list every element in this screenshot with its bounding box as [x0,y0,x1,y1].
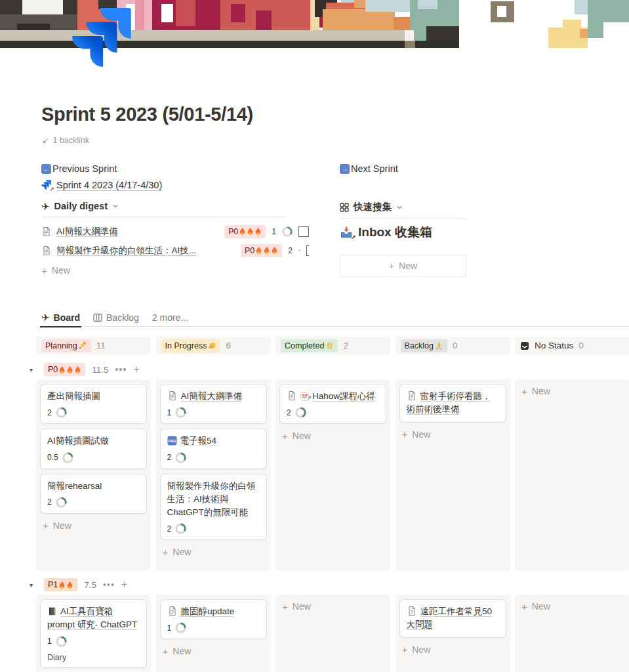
column-new-button[interactable]: +New [519,600,625,613]
board-card[interactable]: ↗Hahow課程心得 2 [280,385,386,423]
column-new-button[interactable]: +New [280,600,386,613]
p0-completed-column: ↗Hahow課程心得 2 +New [275,379,390,571]
inbox-icon: ↗ [340,226,353,239]
board-column-headers: Planning 11 In Progress 6 Completed 2 Ba… [36,337,629,354]
board-card[interactable]: AI簡報插圖試做 0.5 [41,429,146,468]
digest-new-button[interactable]: +New [41,265,70,276]
board-card[interactable]: 遠距工作者常見50大問題 [400,600,506,637]
plus-icon: + [282,431,288,441]
no-status-icon [520,341,529,350]
plus-icon: + [521,602,527,612]
inbox-new-button[interactable]: +New [340,255,466,277]
board-card[interactable]: 簡報製作升級你的白領生活：AI技術與ChatGPT的無限可能 2 [161,474,266,540]
column-header-no-status[interactable]: No Status 0 [515,337,629,354]
column-new-button[interactable]: +New [161,644,266,658]
fire-icon [73,366,82,374]
board-card[interactable]: 膽固醇update 1 [161,600,266,639]
column-header-backlog[interactable]: Backlog 0 [396,337,510,354]
group-header-p1: ▾ P1 7.5 ••• + [30,578,128,591]
priority-tag[interactable]: P0 [241,244,282,257]
p1-no-status-column: +New [515,595,629,672]
fire-icon [270,246,279,255]
plus-icon: + [389,261,394,271]
column-header-planning[interactable]: Planning 11 [36,337,151,354]
board-card[interactable]: 簡報rehearsal 2 [41,474,146,513]
board-card[interactable]: AI簡報大綱準備 1 [161,385,266,423]
collapse-triangle-icon[interactable]: ▾ [30,366,37,373]
page-icon [41,245,52,256]
tab-board[interactable]: ✈ Board [41,308,80,327]
board-group-p1: AI工具百寶箱prompt 研究- ChatGPT 1 Diary 膽固醇upd… [36,595,629,672]
progress-ring [282,226,293,237]
column-header-completed[interactable]: Completed 2 [275,337,390,354]
view-tabs: ✈ Board Backlog 2 more... [41,308,629,327]
backlink-arrow-icon: ↙ [42,135,49,145]
board-card[interactable]: 產出簡報插圖 2 [41,385,146,423]
plus-icon: + [163,646,169,656]
previous-sprint-page-link[interactable]: ↗ Sprint 4 2023 (4/17-4/30) [41,180,162,190]
quick-collect-toggle[interactable]: 快速搜集 [340,201,466,219]
board-card[interactable]: AI工具百寶箱prompt 研究- ChatGPT 1 Diary [41,600,146,667]
backlink[interactable]: ↙ 1 backlink [42,135,89,145]
tab-backlog[interactable]: Backlog [93,308,139,327]
jira-page-icon[interactable] [72,5,131,70]
column-new-button[interactable]: +New [400,643,506,656]
fire-icon [254,227,262,236]
group-options-button[interactable]: ••• [103,579,115,590]
inbox-page-link[interactable]: ↗ Inbox 收集箱 [340,224,432,241]
group-header-p0: ▾ P0 11.5 ••• + [30,363,140,376]
airplane-icon: ✈ [41,201,50,211]
p1-in-progress-column: 膽固醇update 1 +New [156,595,271,672]
folded-hands-icon [435,341,443,350]
board-card[interactable]: 雷射手術停看聽，術前術後準備 [400,385,506,422]
column-new-button[interactable]: +New [161,545,266,558]
group-add-button[interactable]: + [121,579,128,591]
progress-ring [175,452,186,463]
page-icon [41,226,52,237]
collapse-triangle-icon[interactable]: ▾ [30,581,37,589]
column-new-button[interactable]: +New [400,428,506,441]
column-new-button[interactable]: +New [41,519,146,532]
column-new-button[interactable]: +New [280,429,386,442]
progress-ring [295,407,306,418]
page-title: Sprint 5 2023 (5/01-5/14) [41,104,253,125]
progress-ring [175,407,186,418]
free-badge-icon [167,436,177,446]
group-options-button[interactable]: ••• [115,364,127,375]
plus-icon: + [402,429,408,439]
group-tag-p1[interactable]: P1 [44,578,77,591]
arrow-left-icon: ← [41,164,51,174]
group-add-button[interactable]: + [133,364,140,375]
writing-hand-icon [79,341,87,350]
digest-row[interactable]: 簡報製作升級你的白領生活：AI技... P0 2 [41,241,309,260]
plus-icon: + [402,644,408,654]
airplane-icon: ✈ [41,312,50,322]
daily-digest-table: AI簡報大綱準備 P0 1 簡報製作升級你的白領生活：AI技... P0 2 [41,222,309,260]
hahow-mention-icon: ↗ [300,392,309,400]
tab-more[interactable]: 2 more... [152,308,188,327]
plus-icon: + [163,547,169,557]
external-arrow-icon: ↗ [350,234,355,241]
board-card[interactable]: 電子報54 2 [161,429,266,468]
raising-hands-icon [325,341,334,350]
fire-icon [66,581,74,589]
external-arrow-icon: ↗ [49,186,54,192]
p0-backlog-column: 雷射手術停看聽，術前術後準備 +New [396,379,510,571]
checkbox[interactable] [298,226,309,237]
chevron-down-icon [396,204,403,211]
checkbox[interactable] [306,245,309,256]
estimate-value: 1 [272,227,276,236]
daily-digest-toggle[interactable]: ✈ Daily digest [41,201,287,217]
group-tag-p0[interactable]: P0 [44,363,85,376]
previous-sprint-label: ← Previous Sprint [41,163,117,174]
progress-ring [175,622,186,633]
priority-tag[interactable]: P0 [224,225,266,238]
digest-row[interactable]: AI簡報大綱準備 P0 1 [41,222,309,241]
flex-arm-icon [208,341,216,350]
plus-icon: + [41,266,47,276]
p0-in-progress-column: AI簡報大綱準備 1 電子報54 2 簡報製作升級你的白領生活：AI技術與Cha… [156,379,271,571]
estimate-value: 2 [288,246,293,255]
page-icon [167,606,178,616]
column-new-button[interactable]: +New [519,385,625,398]
column-header-in-progress[interactable]: In Progress 6 [156,337,271,354]
